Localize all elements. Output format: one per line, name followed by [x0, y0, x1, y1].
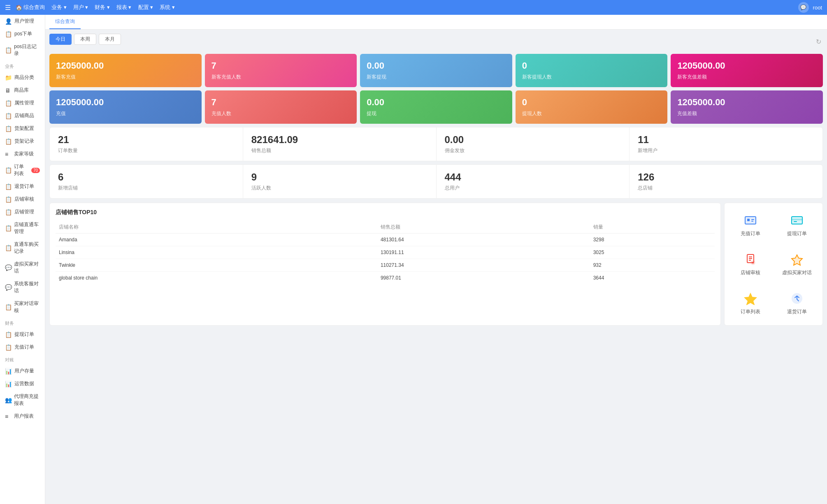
sidebar-item-商品分类[interactable]: 📁 商品分类: [0, 71, 45, 84]
agent-report-icon: 👥: [5, 397, 12, 403]
card-label-新客充值: 新客充值: [56, 74, 195, 81]
log-icon: 📋: [5, 47, 12, 53]
sidebar-item-代理商充提报表[interactable]: 👥 代理商充提报表: [0, 390, 45, 410]
info-新增用户: 11 新增用户: [630, 127, 822, 161]
nav-right: 💬 root: [798, 2, 822, 13]
seller-level-icon: ≡: [5, 151, 12, 157]
withdraw-order-icon: [790, 213, 804, 228]
sidebar-item-退货订单[interactable]: 📋 退货订单: [0, 180, 45, 193]
avatar-icon: 💬: [798, 2, 809, 13]
user-report-icon: ≡: [5, 413, 12, 420]
nav-报表[interactable]: 报表 ▾: [116, 4, 132, 11]
tab-综合查询[interactable]: 综合查询: [49, 15, 81, 29]
quick-充值订单[interactable]: 充值订单: [730, 209, 770, 241]
sidebar-item-系统客服对话[interactable]: 💬 系统客服对话: [0, 277, 45, 297]
nav-财务[interactable]: 财务 ▾: [95, 4, 110, 11]
card-提现人数: 0 提现人数: [516, 90, 668, 124]
card-label-提现: 提现: [367, 110, 506, 117]
info-value-总用户: 444: [445, 171, 621, 183]
sidebar-item-直通车购买记录[interactable]: 📋 直通车购买记录: [0, 238, 45, 258]
refresh-icon[interactable]: ↻: [816, 38, 821, 46]
sidebar-item-提现订单[interactable]: 📋 提现订单: [0, 328, 45, 341]
quick-退货订单[interactable]: 退货订单: [777, 287, 817, 319]
shop-audit-icon: [743, 252, 758, 267]
sidebar-item-属性管理[interactable]: 📋 属性管理: [0, 97, 45, 109]
sidebar-item-店铺审核[interactable]: 📋 店铺审核: [0, 193, 45, 206]
shop-qty: 3025: [590, 246, 715, 259]
info-销售总额: 821641.09 销售总额: [243, 127, 437, 161]
sidebar-item-店铺管理[interactable]: 📋 店铺管理: [0, 206, 45, 218]
shop-name: Twinkle: [56, 259, 377, 272]
sidebar-item-充值订单[interactable]: 📋 充值订单: [0, 341, 45, 354]
bottom-section: 店铺销售TOP10 店铺名称 销售总额 销量 Amanda 481301.64 …: [49, 203, 823, 326]
quick-提现订单[interactable]: 提现订单: [777, 209, 817, 241]
menu-icon[interactable]: ☰: [5, 4, 11, 12]
sidebar-item-店铺商品[interactable]: 📋 店铺商品: [0, 109, 45, 122]
nav-系统[interactable]: 系统 ▾: [160, 4, 175, 11]
nav-综合查询[interactable]: 🏠 综合查询: [16, 4, 45, 11]
quick-label-退货订单: 退货订单: [787, 308, 807, 315]
card-label-充值人数: 充值人数: [211, 110, 351, 117]
info-label-佣金发放: 佣金发放: [445, 147, 621, 154]
top-navigation: ☰ 🏠 综合查询 业务 ▾ 用户 ▾ 财务 ▾ 报表 ▾ 配置 ▾ 系统 ▾ 💬…: [0, 0, 827, 15]
sidebar-item-pos下单[interactable]: 📋 pos下单: [0, 28, 45, 40]
nav-业务[interactable]: 业务 ▾: [51, 4, 67, 11]
stat-cards-row1: 1205000.00 新客充值 7 新客充值人数 0.00 新客提现 0 新客提…: [49, 54, 823, 87]
sidebar-item-货架配置[interactable]: 📋 货架配置: [0, 122, 45, 135]
sidebar-item-运营数据[interactable]: 📊 运营数据: [0, 377, 45, 390]
nav-配置[interactable]: 配置 ▾: [138, 4, 153, 11]
card-value-新客充值: 1205000.00: [56, 60, 195, 71]
sidebar-item-用户报表[interactable]: ≡ 用户报表: [0, 410, 45, 423]
recharge-order-icon: [743, 213, 758, 228]
shop-manage-icon: 📋: [5, 209, 12, 215]
sidebar-item-pos日志记录[interactable]: 📋 pos日志记录: [0, 40, 45, 60]
sidebar-item-商品库[interactable]: 🖥 商品库: [0, 84, 45, 97]
sidebar-item-买家对话审核[interactable]: 📋 买家对话审核: [0, 297, 45, 317]
card-新客充值: 1205000.00 新客充值: [49, 54, 202, 87]
svg-rect-4: [751, 221, 753, 222]
sidebar-item-货架记录[interactable]: 📋 货架记录: [0, 135, 45, 148]
sidebar-item-店铺直通车管理[interactable]: 📋 店铺直通车管理: [0, 218, 45, 238]
goods-icon: 🖥: [5, 87, 12, 94]
order-list-icon: 📋: [5, 167, 12, 173]
info-总用户: 444 总用户: [437, 165, 630, 198]
card-label-新客提现人数: 新客提现人数: [522, 74, 661, 81]
quick-订单列表[interactable]: 订单列表: [730, 287, 770, 319]
nav-用户[interactable]: 用户 ▾: [73, 4, 88, 11]
period-week[interactable]: 本周: [74, 34, 96, 45]
sidebar-item-虚拟买家对话[interactable]: 💬 虚拟买家对话: [0, 258, 45, 277]
sidebar-item-用户存量[interactable]: 📊 用户存量: [0, 365, 45, 377]
info-新增店铺: 6 新增店铺: [50, 165, 243, 198]
card-提现: 0.00 提现: [360, 90, 512, 124]
table-row: Twinkle 110271.34 932: [56, 259, 715, 272]
section-财务: 财务: [0, 317, 45, 328]
period-month[interactable]: 本月: [99, 34, 121, 45]
category-icon: 📁: [5, 74, 12, 81]
buyer-review-icon: 📋: [5, 304, 12, 310]
quick-店铺审核[interactable]: 店铺审核: [730, 248, 770, 280]
shop-goods-icon: 📋: [5, 113, 12, 119]
service-chat-icon: 💬: [5, 284, 12, 291]
card-充值人数: 7 充值人数: [205, 90, 357, 124]
nav-items: 🏠 综合查询 业务 ▾ 用户 ▾ 财务 ▾ 报表 ▾ 配置 ▾ 系统 ▾: [16, 4, 175, 11]
withdraw-icon: 📋: [5, 331, 12, 338]
card-value-提现人数: 0: [522, 97, 661, 108]
shop-review-icon: 📋: [5, 196, 12, 203]
quick-label-虚拟买家对话: 虚拟买家对话: [782, 269, 812, 276]
card-新客充值差额: 1205000.00 新客充值差额: [671, 54, 823, 87]
quick-actions: 充值订单 提现订单: [724, 203, 823, 326]
quick-虚拟买家对话[interactable]: 虚拟买家对话: [777, 248, 817, 280]
attr-icon: 📋: [5, 100, 12, 106]
info-label-总店铺: 总店铺: [638, 185, 814, 192]
info-value-销售总额: 821641.09: [251, 134, 428, 146]
sidebar-item-用户管理[interactable]: 👤 用户管理: [0, 15, 45, 28]
info-value-新增店铺: 6: [58, 171, 235, 183]
shop-name: Amanda: [56, 234, 377, 246]
period-today[interactable]: 今日: [49, 34, 72, 45]
info-label-新增用户: 新增用户: [638, 147, 814, 154]
express-icon: 📋: [5, 225, 12, 231]
sidebar-item-订单列表[interactable]: 📋 订单列表 70: [0, 160, 45, 180]
info-订单数量: 21 订单数量: [50, 127, 243, 161]
section-业务: 业务: [0, 60, 45, 71]
sidebar-item-卖家等级[interactable]: ≡ 卖家等级: [0, 148, 45, 160]
